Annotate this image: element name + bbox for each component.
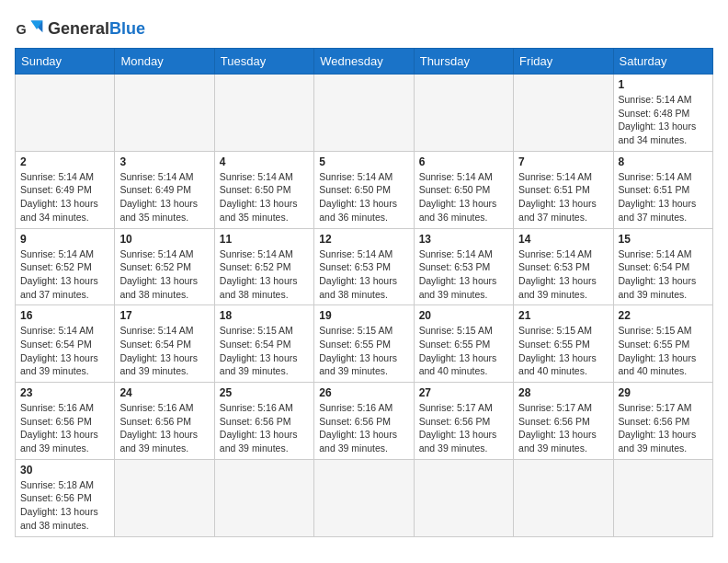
day-info: Sunrise: 5:14 AM Sunset: 6:50 PM Dayligh… bbox=[220, 170, 309, 224]
day-info: Sunrise: 5:15 AM Sunset: 6:55 PM Dayligh… bbox=[518, 324, 608, 378]
day-info: Sunrise: 5:14 AM Sunset: 6:51 PM Dayligh… bbox=[518, 170, 608, 224]
svg-text:G: G bbox=[17, 22, 27, 37]
week-row-4: 16Sunrise: 5:14 AM Sunset: 6:54 PM Dayli… bbox=[16, 305, 713, 383]
calendar-cell-1-6 bbox=[514, 75, 613, 152]
day-info: Sunrise: 5:14 AM Sunset: 6:53 PM Dayligh… bbox=[319, 247, 408, 302]
calendar-cell-4-6: 21Sunrise: 5:15 AM Sunset: 6:55 PM Dayli… bbox=[514, 305, 613, 383]
calendar-cell-2-5: 6Sunrise: 5:14 AM Sunset: 6:50 PM Daylig… bbox=[414, 151, 513, 228]
calendar-cell-2-3: 4Sunrise: 5:14 AM Sunset: 6:50 PM Daylig… bbox=[214, 151, 313, 228]
calendar-cell-1-3 bbox=[214, 75, 313, 152]
day-number: 21 bbox=[518, 309, 608, 322]
day-number: 28 bbox=[518, 386, 608, 399]
day-number: 6 bbox=[419, 155, 508, 168]
calendar-cell-1-5 bbox=[414, 75, 513, 152]
day-number: 22 bbox=[619, 309, 708, 322]
weekday-header-tuesday: Tuesday bbox=[214, 49, 313, 75]
calendar-cell-3-5: 13Sunrise: 5:14 AM Sunset: 6:53 PM Dayli… bbox=[414, 228, 513, 305]
day-info: Sunrise: 5:17 AM Sunset: 6:56 PM Dayligh… bbox=[518, 401, 608, 455]
day-number: 17 bbox=[119, 309, 209, 322]
day-info: Sunrise: 5:17 AM Sunset: 6:56 PM Dayligh… bbox=[619, 401, 708, 455]
week-row-3: 9Sunrise: 5:14 AM Sunset: 6:52 PM Daylig… bbox=[16, 228, 713, 305]
calendar-cell-5-5: 27Sunrise: 5:17 AM Sunset: 6:56 PM Dayli… bbox=[414, 383, 513, 460]
calendar-cell-4-2: 17Sunrise: 5:14 AM Sunset: 6:54 PM Dayli… bbox=[115, 305, 214, 383]
calendar-cell-2-1: 2Sunrise: 5:14 AM Sunset: 6:49 PM Daylig… bbox=[16, 151, 115, 228]
calendar-cell-6-1: 30Sunrise: 5:18 AM Sunset: 6:56 PM Dayli… bbox=[16, 459, 115, 536]
calendar-cell-4-4: 19Sunrise: 5:15 AM Sunset: 6:55 PM Dayli… bbox=[314, 305, 414, 383]
day-number: 3 bbox=[119, 155, 209, 168]
day-number: 13 bbox=[419, 233, 508, 246]
day-number: 15 bbox=[619, 233, 708, 246]
day-number: 27 bbox=[419, 386, 508, 399]
day-info: Sunrise: 5:14 AM Sunset: 6:52 PM Dayligh… bbox=[20, 247, 109, 302]
day-number: 10 bbox=[119, 233, 209, 246]
day-number: 12 bbox=[319, 233, 408, 246]
day-info: Sunrise: 5:18 AM Sunset: 6:56 PM Dayligh… bbox=[20, 478, 109, 533]
calendar-cell-4-5: 20Sunrise: 5:15 AM Sunset: 6:55 PM Dayli… bbox=[414, 305, 513, 383]
day-info: Sunrise: 5:17 AM Sunset: 6:56 PM Dayligh… bbox=[419, 401, 508, 455]
calendar-cell-2-6: 7Sunrise: 5:14 AM Sunset: 6:51 PM Daylig… bbox=[514, 151, 613, 228]
day-number: 16 bbox=[20, 309, 109, 322]
weekday-header-sunday: Sunday bbox=[16, 49, 115, 75]
logo: G GeneralBlue bbox=[15, 15, 145, 44]
weekday-header-row: SundayMondayTuesdayWednesdayThursdayFrid… bbox=[16, 49, 713, 75]
calendar-cell-1-7: 1Sunrise: 5:14 AM Sunset: 6:48 PM Daylig… bbox=[613, 75, 712, 152]
weekday-header-thursday: Thursday bbox=[414, 49, 513, 75]
calendar-cell-4-3: 18Sunrise: 5:15 AM Sunset: 6:54 PM Dayli… bbox=[214, 305, 313, 383]
calendar-cell-1-4 bbox=[314, 75, 414, 152]
day-number: 7 bbox=[518, 155, 608, 168]
calendar-cell-3-3: 11Sunrise: 5:14 AM Sunset: 6:52 PM Dayli… bbox=[214, 228, 313, 305]
day-number: 14 bbox=[518, 233, 608, 246]
day-number: 18 bbox=[220, 309, 309, 322]
weekday-header-wednesday: Wednesday bbox=[314, 49, 414, 75]
day-info: Sunrise: 5:14 AM Sunset: 6:49 PM Dayligh… bbox=[119, 170, 209, 224]
day-info: Sunrise: 5:16 AM Sunset: 6:56 PM Dayligh… bbox=[220, 401, 309, 455]
week-row-6: 30Sunrise: 5:18 AM Sunset: 6:56 PM Dayli… bbox=[16, 459, 713, 536]
calendar-cell-3-7: 15Sunrise: 5:14 AM Sunset: 6:54 PM Dayli… bbox=[613, 228, 712, 305]
calendar-cell-4-1: 16Sunrise: 5:14 AM Sunset: 6:54 PM Dayli… bbox=[16, 305, 115, 383]
calendar-cell-5-6: 28Sunrise: 5:17 AM Sunset: 6:56 PM Dayli… bbox=[514, 383, 613, 460]
day-number: 9 bbox=[20, 233, 109, 246]
day-info: Sunrise: 5:14 AM Sunset: 6:53 PM Dayligh… bbox=[518, 247, 608, 302]
day-number: 8 bbox=[619, 155, 708, 168]
calendar-cell-6-4 bbox=[314, 459, 414, 536]
day-info: Sunrise: 5:14 AM Sunset: 6:51 PM Dayligh… bbox=[619, 170, 708, 224]
day-number: 4 bbox=[220, 155, 309, 168]
day-number: 20 bbox=[419, 309, 508, 322]
day-number: 30 bbox=[20, 464, 109, 477]
calendar-cell-5-1: 23Sunrise: 5:16 AM Sunset: 6:56 PM Dayli… bbox=[16, 383, 115, 460]
calendar-cell-1-1 bbox=[16, 75, 115, 152]
day-number: 1 bbox=[619, 78, 708, 91]
calendar-cell-6-7 bbox=[613, 459, 712, 536]
day-number: 24 bbox=[119, 386, 209, 399]
week-row-5: 23Sunrise: 5:16 AM Sunset: 6:56 PM Dayli… bbox=[16, 383, 713, 460]
day-info: Sunrise: 5:14 AM Sunset: 6:49 PM Dayligh… bbox=[20, 170, 109, 224]
day-info: Sunrise: 5:16 AM Sunset: 6:56 PM Dayligh… bbox=[20, 401, 109, 455]
day-number: 26 bbox=[319, 386, 408, 399]
logo-text: GeneralBlue bbox=[48, 20, 145, 39]
day-info: Sunrise: 5:14 AM Sunset: 6:54 PM Dayligh… bbox=[619, 247, 708, 302]
calendar-cell-1-2 bbox=[115, 75, 214, 152]
week-row-1: 1Sunrise: 5:14 AM Sunset: 6:48 PM Daylig… bbox=[16, 75, 713, 152]
calendar-cell-6-3 bbox=[214, 459, 313, 536]
logo-icon: G bbox=[15, 15, 44, 44]
day-info: Sunrise: 5:14 AM Sunset: 6:52 PM Dayligh… bbox=[119, 247, 209, 302]
calendar-table: SundayMondayTuesdayWednesdayThursdayFrid… bbox=[15, 48, 713, 537]
calendar-cell-3-1: 9Sunrise: 5:14 AM Sunset: 6:52 PM Daylig… bbox=[16, 228, 115, 305]
day-number: 29 bbox=[619, 386, 708, 399]
week-row-2: 2Sunrise: 5:14 AM Sunset: 6:49 PM Daylig… bbox=[16, 151, 713, 228]
calendar-cell-3-2: 10Sunrise: 5:14 AM Sunset: 6:52 PM Dayli… bbox=[115, 228, 214, 305]
calendar-cell-5-4: 26Sunrise: 5:16 AM Sunset: 6:56 PM Dayli… bbox=[314, 383, 414, 460]
calendar-cell-6-6 bbox=[514, 459, 613, 536]
day-info: Sunrise: 5:14 AM Sunset: 6:54 PM Dayligh… bbox=[119, 324, 209, 378]
day-info: Sunrise: 5:15 AM Sunset: 6:54 PM Dayligh… bbox=[220, 324, 309, 378]
day-number: 23 bbox=[20, 386, 109, 399]
weekday-header-monday: Monday bbox=[115, 49, 214, 75]
day-info: Sunrise: 5:14 AM Sunset: 6:52 PM Dayligh… bbox=[220, 247, 309, 302]
day-info: Sunrise: 5:15 AM Sunset: 6:55 PM Dayligh… bbox=[619, 324, 708, 378]
day-info: Sunrise: 5:14 AM Sunset: 6:50 PM Dayligh… bbox=[319, 170, 408, 224]
day-number: 25 bbox=[220, 386, 309, 399]
weekday-header-saturday: Saturday bbox=[613, 49, 712, 75]
day-number: 11 bbox=[220, 233, 309, 246]
calendar-cell-3-6: 14Sunrise: 5:14 AM Sunset: 6:53 PM Dayli… bbox=[514, 228, 613, 305]
calendar-cell-6-5 bbox=[414, 459, 513, 536]
